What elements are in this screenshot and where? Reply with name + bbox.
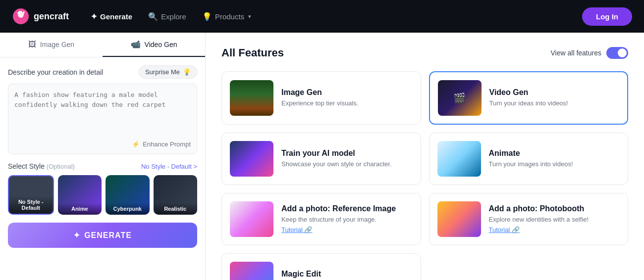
svg-point-2	[17, 11, 20, 14]
feature-card-photobooth[interactable]: Add a photo: Photobooth Explore new iden…	[429, 193, 629, 245]
style-default-link[interactable]: No Style - Default >	[141, 163, 197, 170]
image-gen-tab-label: Image Gen	[40, 41, 74, 48]
features-header: All Features View all features	[221, 47, 628, 59]
enhance-label: Enhance Prompt	[143, 140, 191, 148]
style-realistic-label: Realistic	[154, 203, 198, 215]
features-grid: Image Gen Experience top tier visuals. V…	[221, 71, 628, 280]
feature-name-magic-edit: Magic Edit	[281, 270, 413, 279]
style-realistic[interactable]: Realistic	[154, 175, 198, 215]
feature-name-reference: Add a photo: Reference Image	[281, 204, 413, 213]
style-anime-label: Anime	[58, 203, 102, 215]
feature-name-train-ai: Train your AI model	[281, 149, 413, 158]
forest-thumbnail	[230, 80, 273, 116]
tab-image-gen[interactable]: 🖼 Image Gen	[0, 33, 103, 57]
products-icon: 💡	[202, 12, 212, 21]
view-all-toggle[interactable]	[606, 47, 628, 59]
style-section: Select Style (Optional) No Style - Defau…	[8, 162, 197, 215]
magic-edit-thumbnail	[230, 262, 273, 280]
style-optional: (Optional)	[47, 163, 75, 170]
feature-desc-train-ai: Showcase your own style or character.	[281, 160, 413, 169]
feature-name-photobooth: Add a photo: Photobooth	[489, 204, 620, 213]
feature-card-train-ai[interactable]: Train your AI model Showcase your own st…	[221, 133, 421, 185]
sidebar-form: Describe your creation in detail Surpris…	[0, 57, 205, 280]
style-cyberpunk[interactable]: Cyberpunk	[106, 175, 150, 215]
tab-video-gen[interactable]: 📹 Video Gen	[103, 33, 205, 57]
feature-card-magic-edit[interactable]: Magic Edit Make changes to your generati…	[221, 253, 421, 280]
style-grid: No Style -Default Anime Cyberpunk Realis…	[8, 175, 197, 215]
generate-icon: ✦	[91, 12, 97, 21]
nav-explore-label: Explore	[161, 12, 186, 21]
header: gencraft ✦ Generate 🔍 Explore 💡 Products…	[0, 0, 644, 33]
tutorial-link-photobooth[interactable]: Tutorial 🔗	[489, 226, 520, 233]
prompt-label: Describe your creation in detail	[8, 68, 103, 76]
prompt-textarea[interactable]	[14, 90, 191, 135]
style-no-style[interactable]: No Style -Default	[8, 175, 54, 215]
animate-thumbnail	[437, 141, 481, 177]
chevron-down-icon: ▾	[248, 13, 251, 20]
feature-card-reference[interactable]: Add a photo: Reference Image Keep the st…	[221, 193, 421, 245]
enhance-prompt-button[interactable]: ⚡ Enhance Prompt	[14, 140, 191, 148]
surprise-icon: 💡	[183, 68, 191, 76]
video-thumbnail	[438, 80, 482, 116]
feature-thumb-video-gen	[438, 80, 482, 116]
video-gen-tab-icon: 📹	[131, 40, 141, 49]
feature-thumb-magic-edit	[230, 262, 273, 280]
feature-info-photobooth: Add a photo: Photobooth Explore new iden…	[489, 204, 620, 234]
features-title: All Features	[221, 47, 284, 59]
feature-info-video-gen: Video Gen Turn your ideas into videos!	[489, 88, 620, 108]
style-cyberpunk-label: Cyberpunk	[106, 203, 150, 215]
svg-point-3	[22, 11, 25, 14]
reference-thumbnail	[230, 201, 273, 237]
nav-generate[interactable]: ✦ Generate	[85, 8, 138, 25]
feature-thumb-animate	[437, 141, 481, 177]
surprise-me-label: Surprise Me	[145, 68, 180, 76]
style-no-style-label: No Style -Default	[9, 196, 53, 214]
svg-point-4	[17, 11, 18, 12]
style-header: Select Style (Optional) No Style - Defau…	[8, 162, 197, 170]
feature-card-animate[interactable]: Animate Turn your images into videos!	[429, 133, 629, 185]
feature-desc-video-gen: Turn your ideas into videos!	[489, 99, 620, 108]
feature-name-video-gen: Video Gen	[489, 88, 620, 97]
feature-card-video-gen[interactable]: Video Gen Turn your ideas into videos!	[429, 71, 629, 125]
feature-info-magic-edit: Magic Edit Make changes to your generati…	[281, 270, 413, 280]
style-label: Select Style (Optional)	[8, 162, 75, 170]
feature-name-image-gen: Image Gen	[281, 88, 413, 97]
feature-desc-reference: Keep the structure of your image.	[281, 215, 413, 224]
prompt-header: Describe your creation in detail Surpris…	[8, 65, 197, 79]
nav-generate-label: Generate	[100, 12, 132, 21]
main-content: 🖼 Image Gen 📹 Video Gen Describe your cr…	[0, 33, 644, 280]
photobooth-thumbnail	[437, 201, 481, 237]
feature-info-image-gen: Image Gen Experience top tier visuals.	[281, 88, 413, 108]
feature-info-reference: Add a photo: Reference Image Keep the st…	[281, 204, 413, 234]
feature-thumb-train-ai	[230, 141, 273, 177]
feature-desc-image-gen: Experience top tier visuals.	[281, 99, 413, 108]
nav: ✦ Generate 🔍 Explore 💡 Products ▾	[85, 8, 566, 25]
prompt-box: ⚡ Enhance Prompt	[8, 84, 197, 154]
logo-text: gencraft	[34, 11, 69, 22]
tutorial-link-reference[interactable]: Tutorial 🔗	[281, 226, 312, 233]
features-area: All Features View all features Image Gen…	[206, 33, 644, 280]
nav-explore[interactable]: 🔍 Explore	[142, 8, 192, 25]
style-anime[interactable]: Anime	[58, 175, 102, 215]
view-all-section: View all features	[551, 47, 628, 59]
nav-products-label: Products	[215, 12, 244, 21]
video-gen-tab-label: Video Gen	[145, 41, 177, 48]
logo[interactable]: gencraft	[12, 7, 69, 25]
feature-card-image-gen[interactable]: Image Gen Experience top tier visuals.	[221, 71, 421, 125]
nav-products[interactable]: 💡 Products ▾	[196, 8, 257, 25]
feature-thumb-reference	[230, 201, 273, 237]
feature-name-animate: Animate	[489, 149, 620, 158]
view-all-label: View all features	[551, 49, 601, 57]
generate-sparkle-icon: ✦	[73, 231, 80, 240]
enhance-icon: ⚡	[132, 140, 140, 148]
sidebar: 🖼 Image Gen 📹 Video Gen Describe your cr…	[0, 33, 206, 280]
svg-point-5	[22, 11, 23, 12]
tab-bar: 🖼 Image Gen 📹 Video Gen	[0, 33, 205, 57]
feature-thumb-photobooth	[437, 201, 481, 237]
generate-label: GENERATE	[84, 231, 132, 240]
surprise-me-button[interactable]: Surprise Me 💡	[139, 65, 197, 79]
login-button[interactable]: Log In	[582, 7, 632, 26]
feature-thumb-image-gen	[230, 80, 273, 116]
explore-icon: 🔍	[148, 12, 158, 21]
generate-button[interactable]: ✦ GENERATE	[8, 223, 197, 248]
